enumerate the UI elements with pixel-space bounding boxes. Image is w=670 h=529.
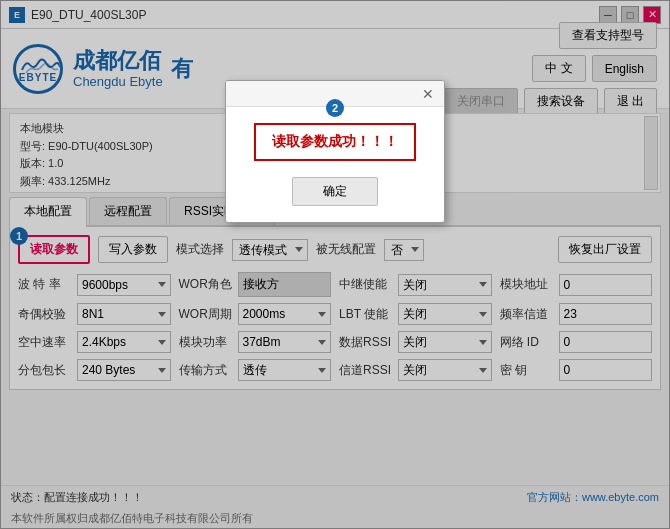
- modal-ok-button[interactable]: 确定: [292, 177, 378, 206]
- modal-overlay: ✕ 2 读取参数成功！！！ 确定: [0, 0, 670, 529]
- modal-close-button[interactable]: ✕: [420, 86, 436, 102]
- modal-body: 读取参数成功！！！ 确定: [226, 107, 444, 222]
- badge-2: 2: [326, 99, 344, 117]
- modal-dialog: ✕ 2 读取参数成功！！！ 确定: [225, 80, 445, 223]
- modal-message: 读取参数成功！！！: [254, 123, 416, 161]
